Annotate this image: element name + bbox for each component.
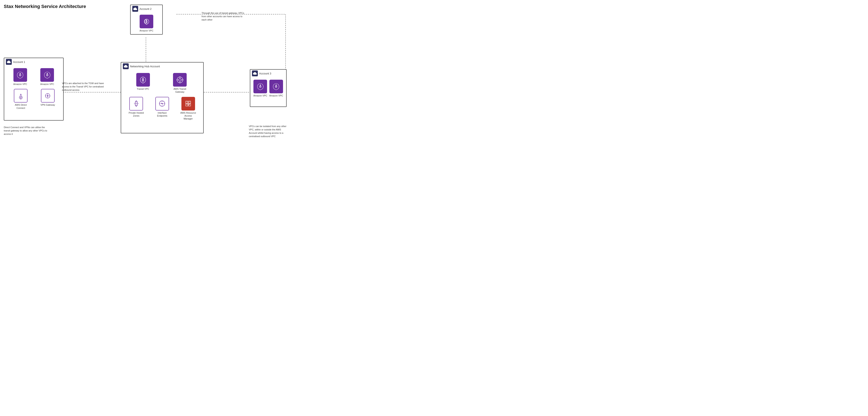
account1-vpn-gateway-icon [41, 89, 55, 103]
private-hosted-zones: Private Hosted Zones [128, 97, 145, 117]
resource-access-manager-label: AWS Resource Access Manager [180, 111, 196, 120]
interface-endpoints-label: Interface Endpoints [154, 111, 170, 117]
svg-point-11 [180, 76, 180, 77]
svg-point-3 [146, 20, 147, 21]
account1-vpc2: Amazon VPC [40, 68, 54, 85]
svg-point-34 [276, 84, 277, 85]
account1-vpc2-icon [40, 68, 54, 82]
svg-point-4 [143, 78, 144, 79]
transit-gateway-label: AWS Transit Gateway [172, 88, 188, 94]
networking-hub-cloud-badge [123, 63, 129, 69]
svg-point-14 [182, 79, 183, 80]
annotation-private-hosted: VPCs are associated with Private Hosted … [126, 138, 172, 139]
interface-endpoints: Interface Endpoints [154, 97, 170, 117]
account1-label: Account 1 [13, 60, 25, 64]
svg-point-22 [46, 73, 48, 74]
transit-vpc: Transit VPC [136, 73, 150, 94]
account2-cloud-badge [132, 6, 138, 12]
account1-box: Account 1 Amazon VPC [4, 58, 64, 120]
svg-point-6 [179, 79, 181, 81]
networking-hub-label: Networking Hub Account [130, 65, 160, 68]
networking-hub-header: Networking Hub Account [121, 63, 203, 70]
account3-vpc1-label: Amazon VPC [253, 94, 267, 97]
account3-vpc2-icon [269, 80, 283, 93]
account3-label: Account 3 [259, 72, 271, 75]
account1-cloud-badge [6, 59, 12, 65]
account3-vpc2: Amazon VPC [269, 80, 283, 97]
account2-box: Account 2 Amazon VPC [130, 5, 163, 35]
annotation-transit-gateway: Through the use of transit gateway, VPCs… [202, 11, 248, 22]
svg-rect-23 [19, 97, 22, 98]
account1-direct-connect-icon [14, 89, 28, 103]
account1-vpn-gateway-label: VPN Gateway [40, 103, 55, 106]
account3-header: Account 3 [250, 70, 286, 77]
account2-header: Account 2 [131, 5, 162, 12]
svg-point-33 [260, 84, 261, 85]
account2-vpc-icon [140, 15, 153, 28]
svg-point-32 [47, 95, 48, 96]
account3-box: Account 3 Amazon VPC [250, 69, 287, 107]
transit-vpc-label: Transit VPC [137, 88, 149, 91]
account1-direct-connect-label: AWS Direct Connect [12, 103, 29, 109]
account2-vpc: Amazon VPC [140, 15, 153, 32]
account2-vpc-label: Amazon VPC [140, 29, 153, 32]
account1-direct-connect: AWS Direct Connect [12, 89, 29, 109]
svg-point-12 [180, 82, 180, 83]
page-title: Stax Networking Service Architecture [4, 4, 86, 9]
networking-hub-box: Networking Hub Account Transit VPC [121, 62, 204, 133]
account1-vpc1: Amazon VPC [13, 68, 27, 85]
transit-gateway: AWS Transit Gateway [172, 73, 188, 94]
transit-vpc-icon [136, 73, 150, 86]
account1-vpc1-icon [13, 68, 27, 82]
account2-label: Account 2 [140, 7, 152, 10]
account3-vpc1-icon [253, 80, 267, 93]
annotation-vpc-attached: VPCs are attached to the TGW and have ac… [62, 82, 108, 92]
private-hosted-zones-label: Private Hosted Zones [128, 111, 145, 117]
transit-gateway-icon [173, 73, 187, 86]
resource-access-manager: AWS Resource Access Manager [180, 97, 196, 120]
interface-endpoints-icon [155, 97, 169, 110]
account1-vpn-gateway: VPN Gateway [40, 89, 55, 109]
svg-point-21 [20, 73, 21, 74]
svg-point-16 [162, 103, 163, 104]
annotation-isolated: VPCs can be isolated from any other VPC,… [249, 125, 289, 138]
account1-header: Account 1 [4, 58, 63, 66]
account3-cloud-badge [252, 70, 258, 76]
svg-point-13 [177, 79, 178, 80]
account3-vpc1: Amazon VPC [253, 80, 267, 97]
private-hosted-zones-icon [129, 97, 143, 110]
annotation-direct-connect: Direct Connect and VPNs can utilise the … [4, 126, 50, 136]
account1-vpc2-label: Amazon VPC [40, 82, 54, 85]
resource-access-manager-icon [181, 97, 195, 110]
account3-vpc2-label: Amazon VPC [269, 94, 283, 97]
account1-vpc1-label: Amazon VPC [13, 82, 27, 85]
